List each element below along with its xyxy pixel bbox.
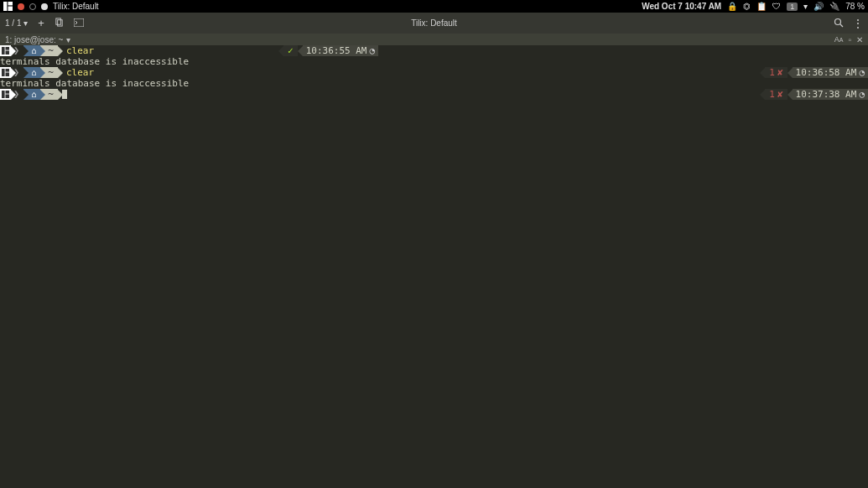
output-text: terminals database is inaccessible xyxy=(0,56,189,67)
status-segment: 1 ✘ xyxy=(765,89,787,100)
clock-icon: ◔ xyxy=(859,89,865,100)
window-minimize-button[interactable] xyxy=(41,3,48,10)
lock-icon[interactable]: 🔒 xyxy=(727,2,737,11)
terminal-line: terminals database is inaccessible xyxy=(0,78,868,89)
svg-rect-12 xyxy=(6,69,10,72)
copy-icon[interactable] xyxy=(55,18,64,29)
command-text: clear xyxy=(58,67,94,78)
tab-label[interactable]: 1: jose@jose: ~ xyxy=(5,35,63,44)
window-maximize-button[interactable] xyxy=(29,3,36,10)
terminal-line: ❯ ⌂ ~ clear ✓ 10:36:55 AM ◔ xyxy=(0,45,868,56)
svg-rect-3 xyxy=(56,18,61,24)
clipboard-icon[interactable]: 📋 xyxy=(756,2,767,11)
svg-point-6 xyxy=(835,18,841,24)
os-segment xyxy=(0,89,11,100)
menu-icon[interactable]: ⋮ xyxy=(852,17,863,30)
top-bar-left: Tilix: Default xyxy=(3,2,99,11)
svg-rect-2 xyxy=(8,7,13,12)
terminal-output[interactable]: ❯ ⌂ ~ clear ✓ 10:36:55 AM ◔ terminals da… xyxy=(0,45,868,100)
time-segment: 10:36:55 AM ◔ xyxy=(303,45,378,56)
svg-rect-1 xyxy=(8,2,13,5)
system-top-bar: Tilix: Default Wed Oct 7 10:47 AM 🔒 ⏣ 📋 … xyxy=(0,0,868,13)
output-text: terminals database is inaccessible xyxy=(0,78,189,89)
window-title: Tilix: Default xyxy=(53,2,99,11)
top-bar-right: Wed Oct 7 10:47 AM 🔒 ⏣ 📋 🛡 1 ▾ 🔊 🔌 78 % xyxy=(642,2,865,11)
svg-rect-5 xyxy=(74,18,84,27)
font-size-icon[interactable]: AA xyxy=(834,35,844,44)
battery-percent: 78 % xyxy=(845,2,865,11)
os-segment xyxy=(0,67,11,78)
terminal-line: terminals database is inaccessible xyxy=(0,56,868,67)
datetime: Wed Oct 7 10:47 AM xyxy=(642,2,721,11)
os-logo-icon xyxy=(3,2,13,11)
session-counter[interactable]: 1 / 1 ▾ xyxy=(5,18,28,28)
svg-rect-11 xyxy=(2,69,5,76)
svg-rect-8 xyxy=(2,47,5,55)
terminal-line: ❯ ⌂ ~ 1 ✘ 10:37:38 AM ◔ xyxy=(0,89,868,100)
terminal-icon[interactable] xyxy=(74,18,84,29)
terminal-line: ❯ ⌂ ~ clear 1 ✘ 10:36:58 AM ◔ xyxy=(0,67,868,78)
command-text: clear xyxy=(58,45,94,56)
svg-rect-16 xyxy=(6,95,10,99)
window-close-button[interactable] xyxy=(18,3,24,10)
shield-icon[interactable]: 🛡 xyxy=(772,2,781,11)
os-segment xyxy=(0,45,11,56)
svg-rect-15 xyxy=(6,91,10,94)
status-segment: 1 ✘ xyxy=(765,67,787,78)
wifi-icon[interactable]: ▾ xyxy=(803,2,808,11)
svg-rect-9 xyxy=(6,47,10,50)
tab-bar: 1: jose@jose: ~ ▾ AA ▫ ✕ xyxy=(0,34,868,45)
clock-icon: ◔ xyxy=(859,67,865,78)
search-icon[interactable] xyxy=(834,18,844,29)
svg-line-7 xyxy=(840,24,843,27)
clock-icon: ◔ xyxy=(370,45,376,56)
status-segment: ✓ xyxy=(283,45,298,56)
update-icon[interactable]: ⏣ xyxy=(743,2,751,11)
home-icon: ⌂ xyxy=(31,45,36,56)
maximize-pane-icon[interactable]: ▫ xyxy=(848,35,851,44)
volume-icon[interactable]: 🔊 xyxy=(813,2,824,11)
toolbar-title: Tilix: Default xyxy=(411,18,457,28)
tab-dropdown-icon[interactable]: ▾ xyxy=(66,35,70,44)
time-segment: 10:36:58 AM ◔ xyxy=(793,67,868,78)
app-toolbar: 1 / 1 ▾ + Tilix: Default ⋮ xyxy=(0,13,868,34)
svg-rect-14 xyxy=(2,91,5,98)
home-icon: ⌂ xyxy=(31,67,36,78)
close-tab-icon[interactable]: ✕ xyxy=(856,35,863,44)
new-terminal-button[interactable]: + xyxy=(38,17,44,29)
svg-rect-13 xyxy=(6,73,10,77)
time-segment: 10:37:38 AM ◔ xyxy=(793,89,868,100)
power-icon[interactable]: 🔌 xyxy=(829,2,839,11)
svg-rect-0 xyxy=(3,2,7,11)
svg-rect-4 xyxy=(58,20,63,26)
workspace-indicator[interactable]: 1 xyxy=(787,3,798,11)
svg-rect-10 xyxy=(6,51,10,55)
home-icon: ⌂ xyxy=(31,89,36,100)
